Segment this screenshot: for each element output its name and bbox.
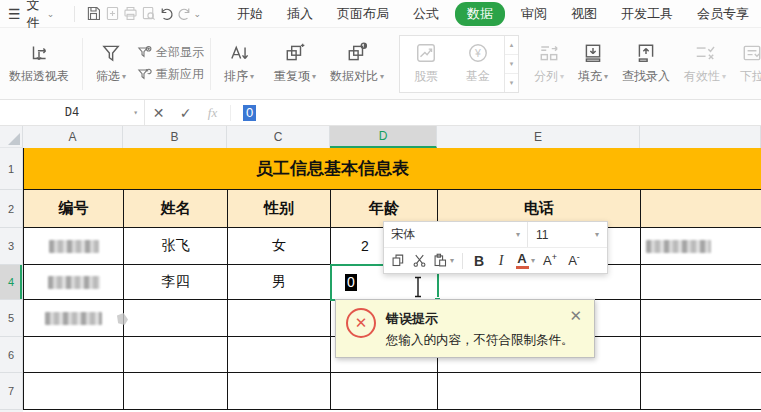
cell-c4[interactable]: 男 [228,265,331,300]
cancel-entry-button[interactable]: ✕ [145,100,172,125]
cell-c3[interactable]: 女 [228,228,331,265]
tab-developer[interactable]: 开发工具 [609,2,685,26]
hamburger-menu-icon[interactable]: ☰ [8,6,21,22]
show-all-button[interactable]: 全部显示 [137,44,204,61]
reapply-button[interactable]: 重新应用 [137,66,204,83]
cell-a7[interactable] [24,373,124,410]
pivot-table-button[interactable]: 数据透视表 [2,42,76,85]
validation-button[interactable]: 有效性▾ [677,42,733,85]
row-header-7[interactable]: 7 [0,373,23,410]
print-icon[interactable] [121,3,139,25]
redo-icon[interactable] [175,3,193,25]
tab-data[interactable]: 数据 [455,2,505,26]
fill-button[interactable]: 填充▾ [571,42,615,85]
cell-title-row[interactable]: 员工信息基本信息表 [24,148,761,190]
column-header-a[interactable]: A [23,126,123,148]
name-box-caret-icon[interactable]: ▾ [133,108,138,117]
cell-a6[interactable] [24,337,124,373]
font-size-select[interactable]: 11 ▾ [528,222,607,247]
cell-c5[interactable] [228,300,331,337]
font-name-select[interactable]: 宋体 ▾ [384,222,528,247]
cell-a4[interactable] [24,265,124,300]
cell-f6[interactable] [641,337,761,373]
error-title: 错误提示 [386,310,438,328]
cell-b7[interactable] [124,373,228,410]
tab-home[interactable]: 开始 [225,2,275,26]
gallery-more-icon[interactable]: ▾ [505,73,518,92]
cell-a3[interactable] [24,228,124,265]
undo-icon[interactable] [157,3,175,25]
export-icon[interactable] [103,3,121,25]
tab-insert[interactable]: 插入 [275,2,325,26]
cell-b2[interactable]: 姓名 [124,190,228,228]
row-header-1[interactable]: 1 [0,148,23,190]
tab-member[interactable]: 会员专享 [685,2,761,26]
file-caret-icon[interactable]: ⌄ [47,9,55,19]
column-header-d[interactable]: D [330,126,437,148]
redacted-value [48,276,100,289]
tab-view[interactable]: 视图 [559,2,609,26]
decrease-font-button[interactable]: A - [565,253,583,268]
cell-f5[interactable] [641,300,761,337]
select-all-corner[interactable] [0,126,23,148]
row-header-2[interactable]: 2 [0,190,23,228]
row-header-5[interactable]: 5 [0,300,23,337]
insert-function-button[interactable]: fx [199,100,226,125]
column-header-f[interactable] [640,126,761,148]
gallery-up-icon[interactable]: ▴ [505,36,518,54]
error-tooltip: ✕ 错误提示 ✕ 您输入的内容，不符合限制条件。 [335,299,595,358]
column-header-c[interactable]: C [227,126,330,148]
gallery-down-icon[interactable]: ▾ [505,54,518,73]
split-columns-button[interactable]: 分列▾ [527,42,571,85]
duplicates-button[interactable]: 重复项▾ [267,42,323,85]
paste-button[interactable]: ▾ [433,253,454,268]
cell-f7[interactable] [641,373,761,410]
name-box[interactable]: D4 ▾ [0,100,145,125]
cell-a5[interactable] [24,300,124,337]
cell-e7[interactable] [438,373,641,410]
column-header-e[interactable]: E [437,126,640,148]
row-header-4[interactable]: 4 [0,265,23,300]
cell-c7[interactable] [228,373,331,410]
font-color-button[interactable]: A ▾ [515,252,535,269]
sort-button[interactable]: 排序▾ [217,42,261,85]
row-header-3[interactable]: 3 [0,228,23,265]
bold-button[interactable]: B [471,253,487,269]
cell-c6[interactable] [228,337,331,373]
confirm-entry-button[interactable]: ✓ [172,100,199,125]
dropdown-list-button[interactable]: 下拉 [733,42,761,85]
increase-font-button[interactable]: A + [541,253,559,268]
column-header-b[interactable]: B [123,126,227,148]
cell-f3[interactable] [641,228,761,265]
data-compare-button[interactable]: 数据对比▾ [323,42,391,85]
file-menu[interactable]: 文件 [27,0,45,32]
tab-page-layout[interactable]: 页面布局 [325,2,401,26]
tab-review[interactable]: 审阅 [509,2,559,26]
funds-button[interactable]: ¥ 基金 [452,36,504,92]
cell-f4[interactable] [641,265,761,300]
cell-b5[interactable] [124,300,228,337]
cell-b6[interactable] [124,337,228,373]
filter-button[interactable]: 筛选▾ [89,42,133,85]
copy-button[interactable] [391,253,406,268]
undo-redo-caret-icon[interactable]: ⌄ [193,9,201,19]
cell-c2[interactable]: 性别 [228,190,331,228]
stocks-button[interactable]: 股票 [400,36,452,92]
cell-a2[interactable]: 编号 [24,190,124,228]
italic-button[interactable]: I [493,253,509,269]
error-close-icon[interactable]: ✕ [569,307,582,325]
cell-b3[interactable]: 张飞 [124,228,228,265]
print-preview-icon[interactable] [139,3,157,25]
find-entry-button[interactable]: 查找录入 [615,42,677,85]
save-icon[interactable] [85,3,103,25]
cell-d7[interactable] [331,373,438,410]
cut-button[interactable] [412,253,427,268]
formula-input[interactable]: 0 [235,100,761,125]
cut-scissors-icon [412,253,427,268]
cell-f2[interactable] [641,190,761,228]
sheet-title: 员工信息基本信息表 [24,148,641,189]
tab-formulas[interactable]: 公式 [401,2,451,26]
row-header-6[interactable]: 6 [0,337,23,373]
error-icon: ✕ [346,308,376,338]
cell-b4[interactable]: 李四 [124,265,228,300]
